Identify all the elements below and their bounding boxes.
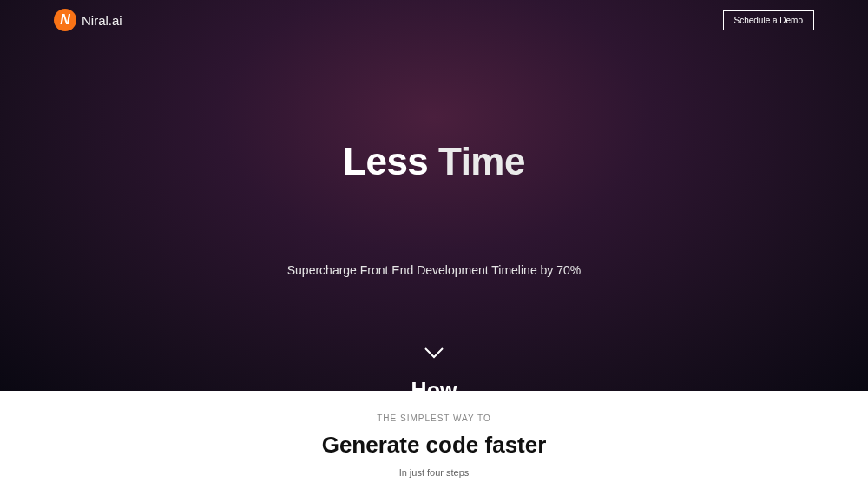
section-subtitle: In just four steps <box>0 467 868 478</box>
schedule-demo-button[interactable]: Schedule a Demo <box>723 10 815 30</box>
hero-section: N Niral.ai Schedule a Demo Less Time Sup… <box>0 0 868 391</box>
hero-title-part2: Time <box>428 140 525 182</box>
chevron-down-icon[interactable] <box>424 347 444 359</box>
hero-content: Less Time Supercharge Front End Developm… <box>0 40 868 403</box>
section-eyebrow: THE SIMPLEST WAY TO <box>0 413 868 423</box>
how-heading: How <box>0 378 868 403</box>
section-title: Generate code faster <box>0 432 868 459</box>
header: N Niral.ai Schedule a Demo <box>0 0 868 40</box>
hero-subtitle: Supercharge Front End Development Timeli… <box>0 263 868 277</box>
steps-section: THE SIMPLEST WAY TO Generate code faster… <box>0 391 868 478</box>
chevron-wrap <box>0 347 868 359</box>
hero-title-part1: Less <box>343 140 428 182</box>
logo-icon: N <box>54 9 76 31</box>
logo-text: Niral.ai <box>82 13 122 28</box>
logo[interactable]: N Niral.ai <box>54 9 122 31</box>
hero-title: Less Time <box>0 140 868 183</box>
logo-letter: N <box>60 12 70 28</box>
